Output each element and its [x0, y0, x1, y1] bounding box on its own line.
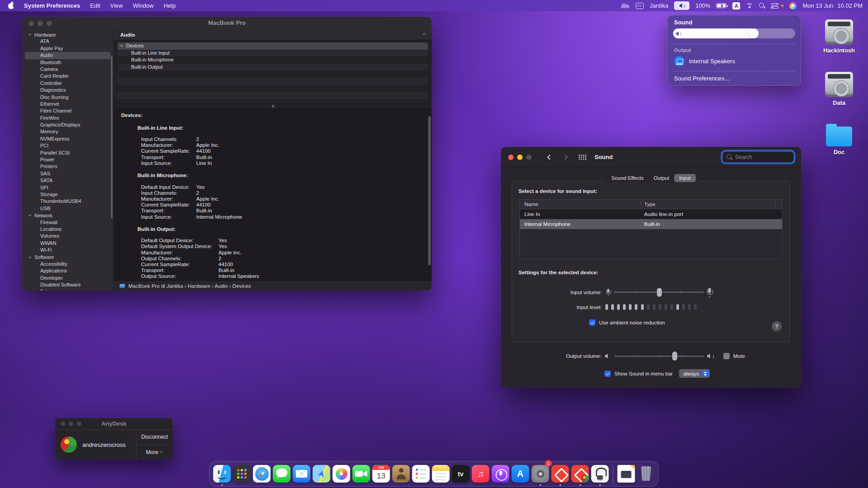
dock-item-system-preferences[interactable]: 1 — [531, 462, 550, 486]
dock-item-launchpad[interactable] — [233, 462, 251, 486]
sidebar-item-memory[interactable]: Memory — [22, 128, 113, 135]
sidebar-item-ata[interactable]: ATA — [22, 38, 113, 45]
dock-item-safari[interactable] — [253, 462, 271, 486]
traffic-lights[interactable] — [28, 21, 52, 26]
desktop-icon-hackintosh[interactable]: Hackintosh — [817, 19, 861, 54]
menu-view[interactable]: View — [110, 2, 123, 9]
sidebar-item-wwan[interactable]: WWAN — [22, 240, 113, 247]
sidebar-item-ethernet[interactable]: Ethernet — [22, 101, 113, 108]
sidebar-item-camera[interactable]: Camera — [22, 66, 113, 73]
column-name[interactable]: Name — [520, 202, 641, 207]
control-center-icon[interactable] — [771, 3, 778, 9]
sidebar-group-hardware[interactable]: Hardware — [22, 31, 113, 38]
tree-item-built-in-line-input[interactable]: Built-in Line Input — [118, 50, 428, 57]
apple-menu-icon[interactable] — [8, 2, 14, 9]
sidebar-item-bluetooth[interactable]: Bluetooth — [22, 59, 113, 66]
column-type[interactable]: Type — [641, 202, 782, 207]
sidebar-scrollbar[interactable] — [111, 56, 113, 218]
menu-window[interactable]: Window — [133, 2, 154, 9]
desktop-icon-doc[interactable]: Doc — [817, 122, 861, 155]
dock-item-document[interactable] — [617, 462, 636, 486]
device-row-line-in[interactable]: Line InAudio line-in port — [520, 209, 782, 219]
tree-item-built-in-microphone[interactable]: Built-in Microphone — [118, 56, 428, 64]
sidebar-item-spi[interactable]: SPI — [22, 184, 113, 191]
menu-edit[interactable]: Edit — [90, 2, 100, 9]
dock-item-tv[interactable]: tv — [452, 462, 470, 486]
tree-item-built-in-output[interactable]: Built-in Output — [118, 64, 428, 71]
dock-item-hackintool[interactable] — [591, 462, 609, 486]
dock-item-facetime[interactable] — [352, 462, 371, 486]
search-field[interactable]: Search — [722, 151, 794, 163]
ambient-noise-checkbox[interactable] — [589, 319, 595, 326]
sidebar-item-developer[interactable]: Developer — [22, 275, 113, 282]
zoom-button[interactable] — [47, 21, 52, 26]
sidebar-item-power[interactable]: Power — [22, 156, 113, 163]
sidebar-item-apple-pay[interactable]: Apple Pay — [22, 45, 113, 52]
output-volume-slider[interactable] — [615, 356, 703, 357]
traffic-lights[interactable] — [508, 155, 532, 160]
help-button[interactable]: ? — [772, 321, 782, 331]
sidebar-item-disc-burning[interactable]: Disc Burning — [22, 94, 113, 101]
dock-item-mail[interactable] — [292, 462, 311, 486]
sidebar-item-disabled-software[interactable]: Disabled Software — [22, 282, 113, 288]
close-button[interactable] — [508, 155, 514, 160]
slider-knob[interactable] — [657, 288, 662, 297]
app-menu-title[interactable]: System Preferences — [24, 2, 80, 9]
show-all-icon[interactable] — [579, 155, 586, 160]
sidebar-item-sata[interactable]: SATA — [22, 177, 113, 184]
sidebar-item-firewall[interactable]: Firewall — [22, 219, 113, 226]
menu-help[interactable]: Help — [164, 2, 176, 9]
tab-sound-effects[interactable]: Sound Effects — [606, 174, 648, 182]
minimize-button[interactable] — [38, 21, 43, 26]
sidebar-item-fibre-channel[interactable]: Fibre Channel — [22, 108, 113, 114]
output-device-item[interactable]: Internal Speakers — [674, 56, 735, 66]
dock-item-anydesk-session[interactable] — [571, 462, 590, 486]
sidebar-group-software[interactable]: Software — [22, 254, 113, 261]
dock-item-music[interactable]: ♫ — [472, 462, 490, 486]
sidebar-item-locations[interactable]: Locations — [22, 226, 113, 233]
sidebar-item-diagnostics[interactable]: Diagnostics — [22, 87, 113, 94]
sidebar-item-printers[interactable]: Printers — [22, 163, 113, 170]
minimize-button[interactable] — [517, 155, 523, 160]
dock-item-app-store[interactable]: A — [511, 462, 530, 486]
dock-item-contacts[interactable] — [392, 462, 410, 486]
sidebar-item-nvmexpress[interactable]: NVMExpress — [22, 136, 113, 142]
details-scrollbar[interactable] — [428, 116, 431, 265]
more-button[interactable]: More — [137, 445, 173, 460]
table-header[interactable]: Name Type — [520, 200, 782, 209]
dock-item-calendar[interactable]: JUN13 — [372, 462, 391, 486]
traffic-lights[interactable] — [61, 422, 81, 426]
sidebar-item-volumes[interactable]: Volumes — [22, 233, 113, 239]
sidebar-item-audio[interactable]: Audio — [25, 52, 110, 59]
sidebar-item-parallel-scsi[interactable]: Parallel SCSI — [22, 150, 113, 156]
sidebar-item-storage[interactable]: Storage — [22, 191, 113, 198]
dock-item-reminders[interactable] — [412, 462, 430, 486]
dock-item-messages[interactable] — [273, 462, 291, 486]
sidebar-item-applications[interactable]: Applications — [22, 267, 113, 274]
tree-group-devices[interactable]: Devices — [118, 42, 428, 50]
sidebar-item-card-reader[interactable]: Card Reader — [22, 73, 113, 80]
zoom-button[interactable] — [526, 155, 532, 160]
popover-volume-slider[interactable] — [673, 28, 795, 38]
volume-knob[interactable] — [749, 28, 759, 38]
menubar-visibility-dropdown[interactable]: always — [679, 369, 710, 378]
sidebar-item-sas[interactable]: SAS — [22, 170, 113, 177]
forward-button[interactable] — [562, 155, 567, 160]
slider-knob[interactable] — [672, 352, 677, 361]
sound-menu-icon[interactable] — [674, 1, 689, 10]
siri-icon[interactable] — [789, 2, 797, 9]
show-sound-checkbox[interactable] — [604, 371, 611, 377]
dock-item-trash[interactable] — [637, 462, 656, 486]
sidebar-item-firewire[interactable]: FireWire — [22, 115, 113, 122]
splitter-handle[interactable] — [114, 103, 432, 108]
dock-item-finder[interactable] — [213, 462, 231, 486]
sidebar-item-pci[interactable]: PCI — [22, 142, 113, 149]
tab-input[interactable]: Input — [674, 174, 696, 182]
tab-output[interactable]: Output — [649, 174, 675, 182]
back-button[interactable] — [547, 155, 552, 160]
dock-item-anydesk[interactable] — [551, 462, 570, 486]
dock-item-notes[interactable] — [432, 462, 450, 486]
cloud-status-icon[interactable] — [621, 5, 630, 8]
dock-item-maps[interactable] — [312, 462, 331, 486]
close-button[interactable] — [28, 21, 34, 26]
